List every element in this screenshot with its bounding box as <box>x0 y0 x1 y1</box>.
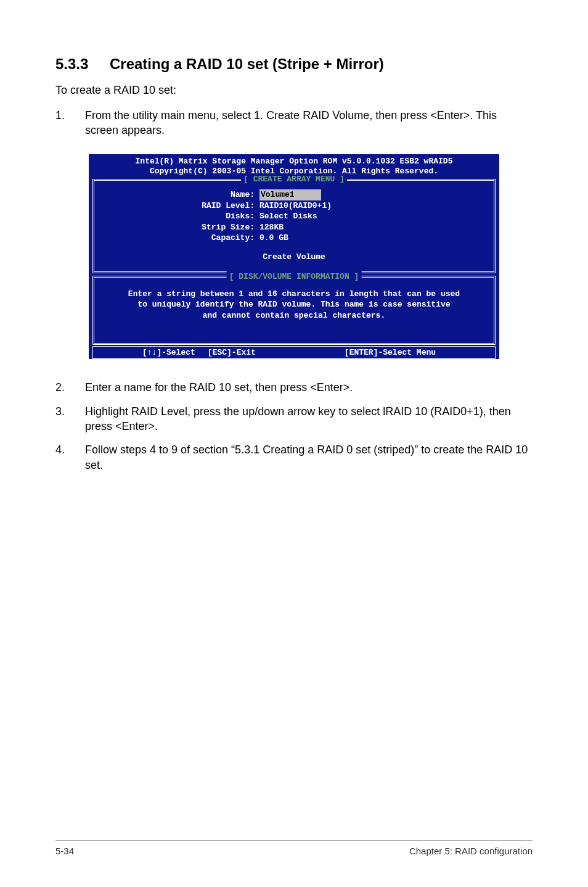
list-number: 4. <box>55 442 85 472</box>
list-item: 4. Follow steps 4 to 9 of section “5.3.1… <box>55 442 533 472</box>
field-label: Capacity: <box>99 233 259 244</box>
info-text-line: Enter a string between 1 and 16 characte… <box>100 289 488 300</box>
list-item: 1. From the utility main menu, select 1.… <box>55 108 533 138</box>
bios-screenshot: Intel(R) Matrix Storage Manager Option R… <box>89 154 499 360</box>
list-item: 2. Enter a name for the RAID 10 set, the… <box>55 380 533 395</box>
name-input[interactable]: Volume1 <box>259 189 321 200</box>
section-title: Creating a RAID 10 set (Stripe + Mirror) <box>110 56 384 72</box>
ordered-list: 1. From the utility main menu, select 1.… <box>55 108 533 138</box>
panel-title: [ DISK/VOLUME INFORMATION ] <box>227 271 362 283</box>
list-text: From the utility main menu, select 1. Cr… <box>85 108 533 138</box>
chapter-label: Chapter 5: RAID configuration <box>409 846 533 856</box>
list-text: Enter a name for the RAID 10 set, then p… <box>85 380 533 395</box>
field-value[interactable]: RAID10(RAID0+1) <box>259 200 332 212</box>
list-number: 1. <box>55 108 85 138</box>
field-label: Strip Size: <box>99 222 259 233</box>
field-label: RAID Level: <box>99 200 259 212</box>
page-number: 5-34 <box>55 846 74 856</box>
panel-title: [ CREATE ARRAY MENU ] <box>241 175 347 184</box>
field-value[interactable]: Select Disks <box>259 211 317 222</box>
bios-create-array-panel: [ CREATE ARRAY MENU ] Name: Volume1 RAID… <box>92 179 496 273</box>
footer-key-select: [↑↓]-Select <box>98 348 195 357</box>
bios-footer-bar: [↑↓]-Select [ESC]-Exit [ENTER]-Select Me… <box>92 346 496 359</box>
field-value[interactable]: 0.0 GB <box>259 233 288 244</box>
section-heading: 5.3.3Creating a RAID 10 set (Stripe + Mi… <box>55 56 533 73</box>
page-footer: 5-34 Chapter 5: RAID configuration <box>55 840 533 856</box>
form-row-capacity: Capacity: 0.0 GB <box>99 233 489 244</box>
list-text: Follow steps 4 to 9 of section “5.3.1 Cr… <box>85 442 533 472</box>
form-block: Name: Volume1 RAID Level: RAID10(RAID0+1… <box>99 189 489 244</box>
intro-text: To create a RAID 10 set: <box>55 84 533 97</box>
list-item: 3. Highlight RAID Level, press the up/do… <box>55 404 533 434</box>
bios-header-line: Intel(R) Matrix Storage Manager Option R… <box>92 157 496 167</box>
form-row-disks: Disks: Select Disks <box>99 211 489 222</box>
list-text: Highlight RAID Level, press the up/down … <box>85 404 533 434</box>
form-row-strip-size: Strip Size: 128KB <box>99 222 489 233</box>
field-value[interactable]: 128KB <box>259 222 284 233</box>
ordered-list: 2. Enter a name for the RAID 10 set, the… <box>55 380 533 472</box>
section-number: 5.3.3 <box>55 56 110 73</box>
footer-key-esc: [ESC]-Exit <box>195 348 256 357</box>
form-row-name: Name: Volume1 <box>99 189 489 200</box>
info-text-line: and cannot contain special characters. <box>100 310 488 321</box>
create-volume-action[interactable]: Create Volume <box>99 252 489 262</box>
form-row-raid-level: RAID Level: RAID10(RAID0+1) <box>99 200 489 212</box>
list-number: 2. <box>55 380 85 395</box>
field-label: Name: <box>99 189 259 200</box>
footer-key-enter: [ENTER]-Select Menu <box>256 348 490 357</box>
list-number: 3. <box>55 404 85 434</box>
bios-info-panel: [ DISK/VOLUME INFORMATION ] Enter a stri… <box>92 276 496 345</box>
info-text-line: to uniquely identify the RAID volume. Th… <box>100 299 488 310</box>
field-label: Disks: <box>99 211 259 222</box>
